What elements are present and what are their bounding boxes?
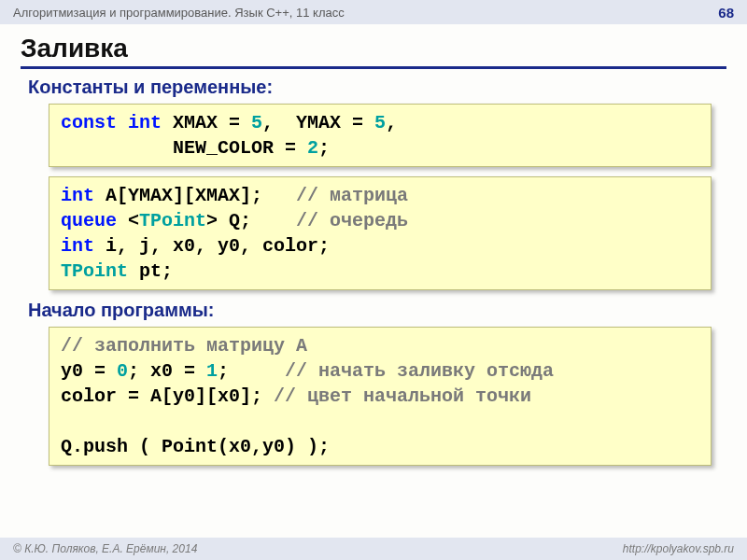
kw-int3: int [61, 235, 94, 257]
code-text: , YMAX = [262, 112, 374, 133]
num-0: 0 [117, 360, 128, 382]
code-text: < [117, 210, 139, 231]
header-bar: Алгоритмизация и программирование. Язык … [0, 0, 747, 24]
slide-content: Заливка Константы и переменные: const in… [0, 24, 747, 466]
code-text: ; [318, 137, 330, 159]
code-text: A[YMAX][XMAX]; [94, 185, 296, 206]
code-text: , [386, 112, 397, 133]
cmt-start: // начать заливку отсюда [285, 360, 554, 382]
cmt-fill: // заполнить матрицу A [61, 335, 307, 357]
num-5a: 5 [251, 112, 262, 133]
code-text: XMAX = [162, 112, 251, 133]
code-text: y0 = [61, 360, 117, 382]
section-start: Начало программы: [28, 300, 726, 321]
num-5b: 5 [374, 112, 386, 133]
code-text: ; x0 = [128, 360, 206, 382]
num-1: 1 [206, 360, 218, 382]
kw-int2: int [61, 185, 94, 206]
typ-tpoint2: TPoint [61, 260, 128, 282]
page-number: 68 [718, 5, 734, 21]
code-text: > Q; [206, 210, 296, 231]
code-text: NEW_COLOR = [61, 137, 307, 159]
footer-copyright: © К.Ю. Поляков, Е.А. Ерёмин, 2014 [13, 542, 197, 555]
kw-const: const [61, 112, 117, 133]
code-push: Q.push ( Point(x0,y0) ); [61, 436, 330, 457]
slide-title: Заливка [21, 34, 726, 69]
course-title: Алгоритмизация и программирование. Язык … [13, 6, 345, 20]
footer-url: http://kpolyakov.spb.ru [623, 542, 734, 555]
code-text: color = A[y0][x0]; [61, 385, 274, 407]
typ-tpoint: TPoint [139, 210, 206, 231]
kw-queue: queue [61, 210, 117, 231]
cmt-queue: // очередь [296, 210, 408, 231]
cmt-matrix: // матрица [296, 185, 408, 206]
kw-int: int [128, 112, 162, 133]
code-blank [61, 411, 72, 432]
code-vars: int A[YMAX][XMAX]; // матрица queue <TPo… [49, 176, 712, 290]
code-start: // заполнить матрицу A y0 = 0; x0 = 1; /… [49, 327, 712, 466]
cmt-color: // цвет начальной точки [274, 385, 531, 407]
code-text: ; [218, 360, 285, 382]
code-text: i, j, x0, y0, color; [94, 235, 330, 257]
code-constants: const int XMAX = 5, YMAX = 5, NEW_COLOR … [49, 104, 712, 167]
code-text: pt; [128, 260, 173, 282]
footer-bar: © К.Ю. Поляков, Е.А. Ерёмин, 2014 http:/… [0, 538, 747, 560]
num-2: 2 [307, 137, 318, 159]
section-constants: Константы и переменные: [28, 77, 726, 98]
